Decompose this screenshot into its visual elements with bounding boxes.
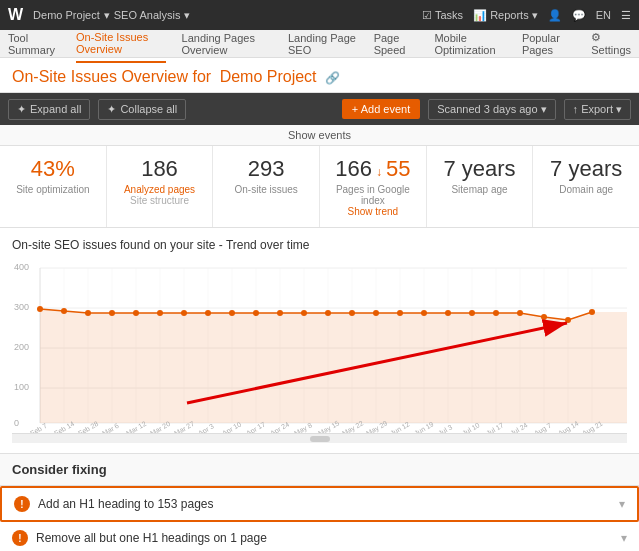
svg-text:300: 300 [14, 302, 29, 312]
tool-name[interactable]: SEO Analysis [114, 9, 181, 21]
stat-value-sitemap: 7 years [439, 156, 521, 182]
down-arrow-icon: ↓ [376, 165, 382, 179]
svg-point-47 [349, 310, 355, 316]
stat-label-google: Pages in Google index [332, 184, 414, 206]
tasks-link[interactable]: ☑ Tasks [422, 9, 463, 22]
stat-google-index: 166 ↓ 55 Pages in Google index Show tren… [320, 146, 427, 227]
svg-point-42 [229, 310, 235, 316]
show-events-link[interactable]: Show events [288, 129, 351, 141]
svg-point-46 [325, 310, 331, 316]
stat-show-trend[interactable]: Show trend [332, 206, 414, 217]
chart-container: 400 300 200 100 0 [12, 258, 627, 433]
breadcrumb-sep2: ▾ [184, 9, 190, 22]
user-icon[interactable]: 👤 [548, 9, 562, 22]
svg-point-43 [253, 310, 259, 316]
svg-point-45 [301, 310, 307, 316]
stat-value-google: 166 ↓ 55 [332, 156, 414, 182]
nav-landing-pages-overview[interactable]: Landing Pages Overview [182, 26, 272, 62]
chart-section: On-site SEO issues found on your site - … [0, 228, 639, 454]
collapse-all-button[interactable]: ✦ Collapse all [98, 99, 186, 120]
svg-point-57 [589, 309, 595, 315]
issue-icon-1: ! [14, 496, 30, 512]
chart-scrollbar[interactable] [12, 433, 627, 443]
svg-point-37 [109, 310, 115, 316]
scroll-thumb[interactable] [310, 436, 330, 442]
svg-point-35 [61, 308, 67, 314]
svg-point-55 [541, 314, 547, 320]
stat-google-value2: 55 [386, 156, 410, 182]
stat-domain-age: 7 years Domain age [533, 146, 639, 227]
stat-label-optimization: Site optimization [12, 184, 94, 195]
breadcrumb: Demo Project ▾ SEO Analysis ▾ [33, 9, 190, 22]
stat-label-domain: Domain age [545, 184, 627, 195]
stat-analyzed-pages: 186 Analyzed pages Site structure [107, 146, 214, 227]
stat-sitemap-age: 7 years Sitemap age [427, 146, 534, 227]
svg-point-40 [181, 310, 187, 316]
svg-point-34 [37, 306, 43, 312]
nav-onsite-issues[interactable]: On-Site Issues Overview [76, 25, 166, 63]
page-title: On-Site Issues Overview for Demo Project… [12, 68, 627, 86]
secondary-navigation: Tool Summary On-Site Issues Overview Lan… [0, 30, 639, 58]
issue-icon-2: ! [12, 530, 28, 546]
stat-label-issues: On-site issues [225, 184, 307, 195]
page-header: On-Site Issues Overview for Demo Project… [0, 58, 639, 93]
stat-label-pages[interactable]: Analyzed pages [119, 184, 201, 195]
stat-value-domain: 7 years [545, 156, 627, 182]
issue-text-1: Add an H1 heading to 153 pages [38, 497, 611, 511]
project-name-highlight[interactable]: Demo Project [220, 68, 317, 85]
stat-value-pages: 186 [119, 156, 201, 182]
stat-site-optimization: 43% Site optimization [0, 146, 107, 227]
nav-page-speed[interactable]: Page Speed [374, 26, 419, 62]
top-nav-right: ☑ Tasks 📊 Reports ▾ 👤 💬 EN ☰ [422, 9, 631, 22]
reports-link[interactable]: 📊 Reports ▾ [473, 9, 538, 22]
settings-link[interactable]: ⚙ Settings [591, 31, 631, 56]
issue-chevron-1: ▾ [619, 497, 625, 511]
add-event-button[interactable]: + Add event [342, 99, 420, 119]
collapse-all-label: Collapse all [120, 103, 177, 115]
menu-icon[interactable]: ☰ [621, 9, 631, 22]
nav-landing-page-seo[interactable]: Landing Page SEO [288, 26, 358, 62]
scan-info[interactable]: Scanned 3 days ago ▾ [428, 99, 555, 120]
expand-all-label: Expand all [30, 103, 81, 115]
svg-text:200: 200 [14, 342, 29, 352]
chart-title: On-site SEO issues found on your site - … [12, 238, 627, 252]
svg-point-51 [445, 310, 451, 316]
message-icon[interactable]: 💬 [572, 9, 586, 22]
svg-point-36 [85, 310, 91, 316]
stat-onsite-issues: 293 On-site issues [213, 146, 320, 227]
svg-point-41 [205, 310, 211, 316]
expand-icon: ✦ [17, 103, 26, 116]
stats-row: 43% Site optimization 186 Analyzed pages… [0, 146, 639, 228]
expand-all-button[interactable]: ✦ Expand all [8, 99, 90, 120]
logo: W [8, 6, 23, 24]
consider-fixing-title: Consider fixing [12, 462, 627, 477]
nav-popular-pages[interactable]: Popular Pages [522, 26, 575, 62]
project-name[interactable]: Demo Project [33, 9, 100, 21]
svg-text:400: 400 [14, 262, 29, 272]
stat-value-optimization: 43% [12, 156, 94, 182]
project-link-icon[interactable]: 🔗 [325, 71, 340, 85]
svg-text:Jul 3: Jul 3 [437, 423, 453, 433]
svg-text:Apr 3: Apr 3 [197, 422, 216, 433]
svg-text:100: 100 [14, 382, 29, 392]
stat-label-sitemap: Sitemap age [439, 184, 521, 195]
nav-tool-summary[interactable]: Tool Summary [8, 26, 60, 62]
export-button[interactable]: ↑ Export ▾ [564, 99, 631, 120]
issue-row-2[interactable]: ! Remove all but one H1 headings on 1 pa… [0, 522, 639, 551]
svg-point-44 [277, 310, 283, 316]
svg-point-53 [493, 310, 499, 316]
issue-chevron-2: ▾ [621, 531, 627, 545]
svg-point-50 [421, 310, 427, 316]
toolbar-right: + Add event Scanned 3 days ago ▾ ↑ Expor… [342, 99, 631, 120]
collapse-icon: ✦ [107, 103, 116, 116]
language-selector[interactable]: EN [596, 9, 611, 21]
toolbar: ✦ Expand all ✦ Collapse all + Add event … [0, 93, 639, 125]
stat-sublabel-pages: Site structure [119, 195, 201, 206]
nav-mobile-optimization[interactable]: Mobile Optimization [434, 26, 505, 62]
show-events-bar: Show events [0, 125, 639, 146]
stat-value-issues: 293 [225, 156, 307, 182]
svg-point-54 [517, 310, 523, 316]
svg-text:0: 0 [14, 418, 19, 428]
svg-point-39 [157, 310, 163, 316]
issue-row-1[interactable]: ! Add an H1 heading to 153 pages ▾ [0, 486, 639, 522]
